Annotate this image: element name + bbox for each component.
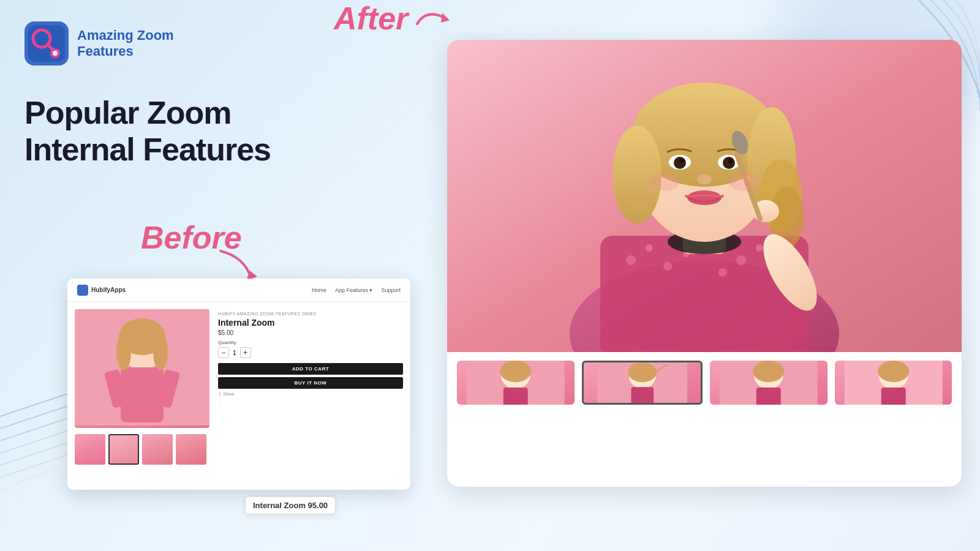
app-title: Amazing Zoom Features bbox=[77, 28, 174, 60]
svg-line-4 bbox=[0, 441, 74, 465]
mockup-nav-links: Home App Features ▾ Support bbox=[312, 287, 401, 293]
svg-line-2 bbox=[0, 416, 74, 441]
mockup-thumb-3[interactable] bbox=[142, 434, 173, 465]
svg-line-0 bbox=[0, 392, 74, 416]
svg-point-72 bbox=[878, 361, 909, 382]
svg-point-56 bbox=[729, 173, 760, 191]
internal-zoom-label: Internal Zoom 95.00 bbox=[245, 497, 336, 514]
app-logo-icon bbox=[24, 21, 69, 66]
svg-point-49 bbox=[697, 174, 712, 184]
svg-point-27 bbox=[626, 255, 636, 265]
buy-it-now-button[interactable]: BUY IT NOW bbox=[218, 377, 403, 389]
after-thumb-1[interactable] bbox=[457, 361, 575, 405]
svg-point-46 bbox=[723, 157, 735, 169]
after-thumb-3[interactable] bbox=[710, 361, 827, 405]
quantity-control: − 1 + bbox=[218, 347, 403, 358]
after-product-image bbox=[447, 40, 962, 352]
svg-rect-64 bbox=[631, 387, 654, 403]
share-link[interactable]: ⇧ Share bbox=[218, 392, 403, 397]
mockup-logo: HubifyApps bbox=[77, 285, 126, 296]
svg-point-21 bbox=[116, 334, 131, 370]
mockup-product-details: HUBIFY AMAZING ZOOM FEATURES DEMO Intern… bbox=[218, 309, 403, 482]
svg-line-1 bbox=[0, 404, 74, 429]
svg-point-31 bbox=[736, 255, 746, 265]
svg-line-6 bbox=[0, 465, 61, 490]
mockup-thumb-4[interactable] bbox=[176, 434, 206, 465]
svg-point-39 bbox=[612, 126, 662, 223]
svg-point-63 bbox=[628, 362, 657, 382]
mockup-image-column bbox=[75, 309, 209, 482]
svg-point-32 bbox=[756, 244, 763, 252]
svg-point-29 bbox=[663, 262, 672, 271]
qty-plus[interactable]: + bbox=[240, 347, 251, 358]
nav-link-support: Support bbox=[381, 287, 401, 293]
mockup-body: HUBIFY AMAZING ZOOM FEATURES DEMO Intern… bbox=[67, 302, 410, 490]
after-main-image bbox=[447, 40, 962, 352]
after-thumbnails-row bbox=[447, 352, 962, 413]
page-title: Popular Zoom Internal Features bbox=[24, 95, 271, 168]
mockup-logo-box bbox=[77, 285, 88, 296]
svg-point-12 bbox=[53, 51, 58, 56]
svg-rect-17 bbox=[121, 367, 164, 422]
svg-rect-73 bbox=[881, 388, 905, 405]
after-thumb-4[interactable] bbox=[835, 361, 952, 405]
before-label: Before bbox=[141, 219, 242, 256]
mockup-navbar: HubifyApps Home App Features ▾ Support bbox=[67, 279, 410, 302]
after-thumb-2[interactable] bbox=[582, 361, 703, 405]
mockup-thumb-2[interactable] bbox=[108, 434, 139, 465]
qty-minus[interactable]: − bbox=[218, 347, 229, 358]
mockup-thumb-1[interactable] bbox=[75, 434, 105, 465]
after-panel bbox=[447, 40, 962, 487]
svg-point-28 bbox=[646, 244, 653, 252]
svg-point-33 bbox=[718, 268, 727, 277]
svg-point-50 bbox=[687, 190, 722, 205]
nav-link-features: App Features ▾ bbox=[335, 287, 373, 293]
svg-point-55 bbox=[649, 173, 680, 191]
svg-line-3 bbox=[0, 429, 74, 453]
svg-rect-69 bbox=[756, 388, 781, 405]
svg-point-68 bbox=[753, 361, 784, 382]
add-to-cart-button[interactable]: ADD TO CART bbox=[218, 363, 403, 375]
app-header: Amazing Zoom Features bbox=[24, 21, 174, 66]
product-image-main bbox=[75, 309, 209, 425]
main-heading-block: Popular Zoom Internal Features bbox=[24, 95, 271, 168]
svg-line-5 bbox=[0, 453, 74, 478]
svg-point-48 bbox=[728, 159, 733, 163]
mockup-thumbnails bbox=[75, 434, 209, 465]
svg-point-22 bbox=[153, 334, 168, 370]
svg-point-45 bbox=[674, 157, 686, 169]
nav-link-home: Home bbox=[312, 287, 326, 293]
before-mockup: HubifyApps Home App Features ▾ Support bbox=[67, 279, 410, 490]
mockup-main-image bbox=[75, 309, 209, 428]
svg-point-59 bbox=[500, 361, 531, 382]
svg-point-47 bbox=[679, 159, 684, 163]
after-label: After bbox=[334, 0, 451, 37]
svg-marker-14 bbox=[441, 13, 450, 23]
after-arrow-icon bbox=[414, 6, 451, 31]
svg-rect-60 bbox=[503, 388, 528, 405]
